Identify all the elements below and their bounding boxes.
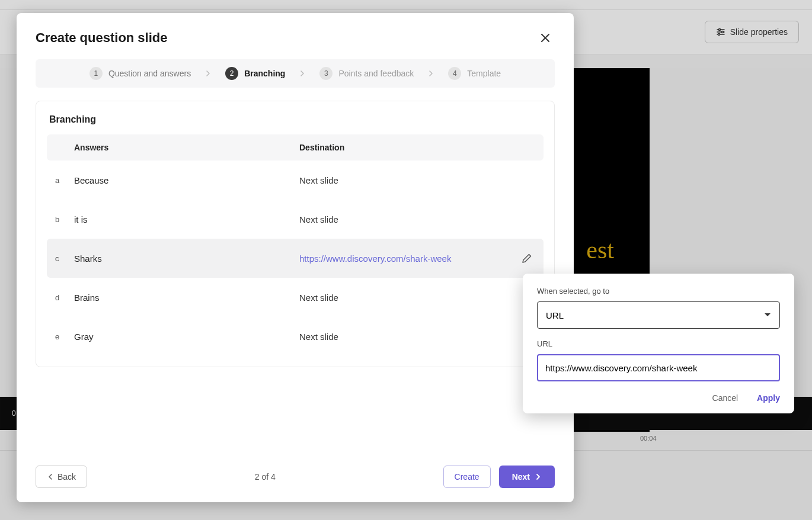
create-button[interactable]: Create <box>443 466 491 488</box>
step-badge: 1 <box>89 67 103 80</box>
modal-footer: Back 2 of 4 Create Next <box>36 466 555 488</box>
row-answer: it is <box>74 214 299 224</box>
row-answer: Because <box>74 175 299 185</box>
back-label: Back <box>57 472 76 482</box>
row-destination: Next slide <box>299 175 338 185</box>
create-question-modal: Create question slide 1 Question and ans… <box>17 13 574 502</box>
chevron-right-icon <box>299 70 305 76</box>
step-branching[interactable]: 2 Branching <box>225 67 285 80</box>
modal-title: Create question slide <box>36 30 168 46</box>
row-letter: e <box>47 332 74 341</box>
step-points-and-feedback[interactable]: 3 Points and feedback <box>319 67 414 80</box>
row-letter: a <box>47 176 74 185</box>
table-row[interactable]: aBecauseNext slide <box>47 161 544 200</box>
step-label: Branching <box>244 69 285 78</box>
close-icon <box>540 33 551 43</box>
row-destination: Next slide <box>299 214 338 224</box>
next-button[interactable]: Next <box>499 466 555 488</box>
table-header: Answers Destination <box>47 134 544 161</box>
col-header-answers: Answers <box>74 143 299 152</box>
modal-header: Create question slide <box>36 28 555 47</box>
select-value: URL <box>546 310 564 320</box>
step-badge: 4 <box>448 67 461 80</box>
chevron-left-icon <box>47 473 54 480</box>
chevron-right-icon <box>535 473 542 480</box>
table-row[interactable]: cSharkshttps://www.discovery.com/shark-w… <box>47 239 544 278</box>
card-title: Branching <box>47 114 544 125</box>
page-indicator: 2 of 4 <box>255 472 276 482</box>
chevron-right-icon <box>428 70 434 76</box>
destination-type-select[interactable]: URL <box>537 301 780 329</box>
row-answer: Gray <box>74 332 299 342</box>
step-label: Template <box>467 69 501 78</box>
table-row[interactable]: dBrainsNext slide <box>47 278 544 317</box>
chevron-right-icon <box>205 70 211 76</box>
step-label: Points and feedback <box>338 69 414 78</box>
apply-button[interactable]: Apply <box>757 393 780 403</box>
step-template[interactable]: 4 Template <box>448 67 501 80</box>
row-destination: Next slide <box>299 293 338 303</box>
url-field-label: URL <box>537 339 780 348</box>
footer-right-group: Create Next <box>443 466 555 488</box>
col-header-destination: Destination <box>299 143 510 152</box>
branching-card: Branching Answers Destination aBecauseNe… <box>36 101 555 367</box>
row-letter: d <box>47 293 74 302</box>
pencil-icon[interactable] <box>522 253 532 264</box>
step-label: Question and answers <box>108 69 191 78</box>
cancel-button[interactable]: Cancel <box>712 393 739 403</box>
branching-table: Answers Destination aBecauseNext slidebi… <box>47 134 544 356</box>
step-badge: 3 <box>319 67 333 80</box>
row-letter: c <box>47 254 74 263</box>
row-destination: Next slide <box>299 332 338 342</box>
next-label: Next <box>512 472 530 482</box>
when-selected-label: When selected, go to <box>537 287 780 296</box>
stepper: 1 Question and answers 2 Branching 3 Poi… <box>36 59 555 88</box>
row-letter: b <box>47 215 74 224</box>
url-input[interactable] <box>537 354 780 381</box>
branching-destination-popover: When selected, go to URL URL Cancel Appl… <box>523 274 794 413</box>
row-destination-link[interactable]: https://www.discovery.com/shark-week <box>299 253 451 264</box>
row-answer: Brains <box>74 293 299 303</box>
step-badge: 2 <box>225 67 238 80</box>
step-question-and-answers[interactable]: 1 Question and answers <box>89 67 191 80</box>
row-answer: Sharks <box>74 253 299 264</box>
back-button[interactable]: Back <box>36 466 87 488</box>
close-button[interactable] <box>536 28 555 47</box>
table-row[interactable]: bit isNext slide <box>47 200 544 239</box>
table-row[interactable]: eGrayNext slide <box>47 317 544 356</box>
popover-actions: Cancel Apply <box>537 393 780 403</box>
caret-down-icon <box>764 313 771 317</box>
